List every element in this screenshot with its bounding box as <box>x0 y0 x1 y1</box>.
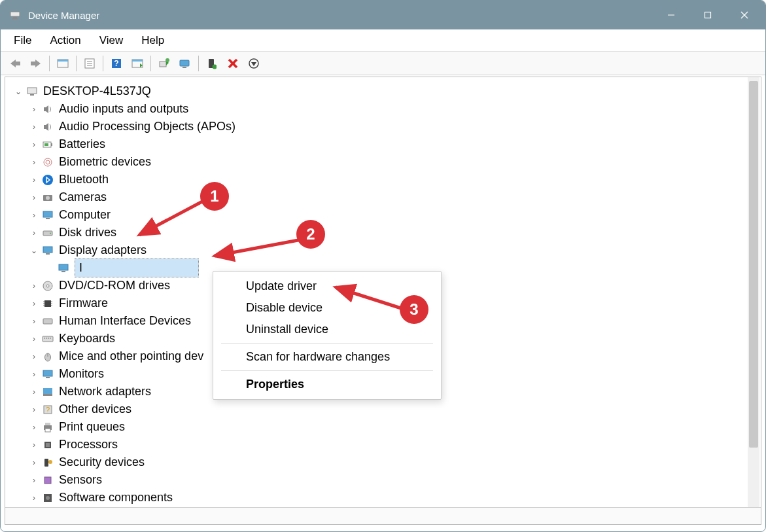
collapse-icon[interactable]: ⌄ <box>12 86 25 98</box>
category-label: Network adapters <box>59 383 151 400</box>
expand-icon[interactable]: › <box>27 386 41 398</box>
uninstall-button[interactable] <box>223 54 243 73</box>
minimize-button[interactable] <box>653 1 689 29</box>
forward-button[interactable] <box>26 54 46 73</box>
expand-icon[interactable]: › <box>27 351 41 363</box>
expand-icon[interactable]: › <box>27 103 41 115</box>
help-button[interactable]: ? <box>107 54 126 73</box>
title-bar[interactable]: Device Manager <box>1 1 765 29</box>
svg-rect-59 <box>43 336 53 342</box>
menu-bar: File Action View Help <box>1 29 765 52</box>
menu-file[interactable]: File <box>5 31 41 50</box>
tree-category[interactable]: ›Cameras <box>12 188 761 206</box>
down-button[interactable] <box>244 54 264 73</box>
svg-point-50 <box>46 285 49 287</box>
scrollbar-thumb[interactable] <box>749 81 758 448</box>
menu-help[interactable]: Help <box>132 31 173 50</box>
category-label: Computer <box>59 206 111 224</box>
expand-icon[interactable]: › <box>27 209 41 221</box>
camera-icon <box>41 190 55 205</box>
svg-point-78 <box>48 460 52 464</box>
tree-category[interactable]: ›Print queues <box>12 418 761 436</box>
tree-category[interactable]: ›Biometric devices <box>12 153 761 171</box>
svg-rect-0 <box>10 12 20 16</box>
tree-category[interactable]: ›Security devices <box>12 453 761 471</box>
expand-icon[interactable]: › <box>27 174 41 186</box>
mouse-icon <box>41 349 55 364</box>
tree-category[interactable]: ›Processors <box>12 436 761 453</box>
expand-icon[interactable]: › <box>27 421 41 433</box>
tree-category[interactable]: ›Disk drives <box>12 224 761 241</box>
svg-point-44 <box>50 232 51 234</box>
cm-properties[interactable]: Properties <box>213 374 441 395</box>
monitor-icon <box>41 367 55 381</box>
tree-category[interactable]: ›Sensors <box>12 471 761 489</box>
maximize-button[interactable] <box>689 1 726 29</box>
svg-text:?: ? <box>46 406 50 414</box>
tree-category[interactable]: ›Software components <box>12 489 761 506</box>
svg-rect-31 <box>27 88 37 94</box>
expand-icon[interactable]: › <box>27 192 41 204</box>
tree-category[interactable]: ›Audio inputs and outputs <box>12 100 761 118</box>
tree-category[interactable]: ›Computer <box>12 206 761 224</box>
svg-rect-79 <box>44 477 51 484</box>
svg-rect-74 <box>45 429 50 432</box>
svg-rect-42 <box>46 218 50 219</box>
annotation-badge-2: 2 <box>296 220 325 249</box>
svg-marker-30 <box>251 62 256 66</box>
tree-category[interactable]: ›Audio Processing Objects (APOs) <box>12 118 761 135</box>
svg-rect-24 <box>183 67 186 68</box>
svg-rect-32 <box>30 94 34 96</box>
action-button[interactable] <box>128 54 147 73</box>
expand-icon[interactable]: › <box>27 333 41 345</box>
svg-rect-4 <box>705 12 711 18</box>
tree-category[interactable]: ›?Other devices <box>12 400 761 418</box>
properties-button[interactable] <box>80 54 99 73</box>
expand-icon[interactable]: › <box>27 227 41 239</box>
show-hidden-button[interactable] <box>53 54 73 73</box>
menu-view[interactable]: View <box>90 31 133 50</box>
close-button[interactable] <box>726 1 763 29</box>
svg-marker-7 <box>10 60 20 67</box>
expand-icon[interactable]: › <box>27 298 41 310</box>
category-label: Disk drives <box>59 224 116 241</box>
expand-icon[interactable]: › <box>27 280 41 292</box>
svg-point-37 <box>46 160 50 164</box>
expand-icon[interactable]: › <box>27 139 41 151</box>
collapse-icon[interactable]: ⌄ <box>27 245 41 257</box>
chip-icon <box>41 296 55 311</box>
vertical-scrollbar[interactable] <box>748 77 759 524</box>
root-node[interactable]: ⌄ DESKTOP-4L537JQ <box>12 82 761 100</box>
update-driver-button[interactable] <box>154 54 174 73</box>
disk-icon <box>41 226 55 240</box>
category-label: Cameras <box>59 188 107 206</box>
expand-icon[interactable]: › <box>27 474 41 486</box>
expand-icon[interactable]: › <box>27 439 41 451</box>
tree-category[interactable]: ›Bluetooth <box>12 171 761 188</box>
tree-category[interactable]: ⌄Display adapters <box>12 241 761 259</box>
tree-category[interactable]: ›Batteries <box>12 135 761 153</box>
svg-rect-63 <box>50 338 51 339</box>
expand-icon[interactable]: › <box>27 404 41 416</box>
expand-icon[interactable]: › <box>27 315 41 327</box>
speaker-icon <box>41 120 55 134</box>
category-label: Sensors <box>59 471 102 489</box>
expand-icon[interactable]: › <box>27 492 41 504</box>
expand-icon[interactable]: › <box>27 457 41 469</box>
expand-icon[interactable]: › <box>27 121 41 133</box>
scan-button[interactable] <box>175 54 195 73</box>
expand-icon[interactable]: › <box>27 368 41 380</box>
menu-action[interactable]: Action <box>41 31 90 50</box>
annotation-badge-1: 1 <box>200 182 229 211</box>
back-button[interactable] <box>5 54 25 73</box>
cm-update-driver[interactable]: Update driver <box>213 275 441 297</box>
enable-button[interactable] <box>202 54 222 73</box>
svg-line-85 <box>215 240 298 256</box>
fingerprint-icon <box>41 155 55 169</box>
expand-icon[interactable]: › <box>27 156 41 168</box>
cm-scan-hardware[interactable]: Scan for hardware changes <box>213 346 441 368</box>
device-manager-window: Device Manager File Action View Help ? <box>0 0 766 532</box>
annotation-badge-3: 3 <box>400 295 428 324</box>
software-icon <box>41 491 55 505</box>
category-label: Batteries <box>59 135 105 153</box>
